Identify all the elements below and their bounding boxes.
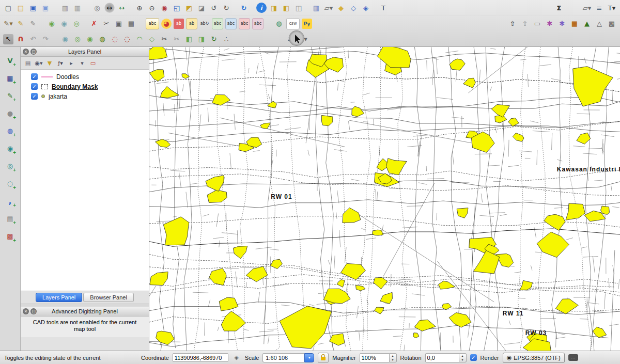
zoom-next-icon[interactable]: ↻ xyxy=(221,3,231,13)
zoom-in-icon[interactable]: ⊕ xyxy=(134,3,145,13)
point-symbol-tool-icon[interactable]: ∴ xyxy=(221,34,231,44)
deselect-all-icon[interactable]: ◫ xyxy=(293,3,304,13)
tab-layers-panel[interactable]: Layers Panel xyxy=(36,293,82,302)
map-canvas[interactable]: RW 01RW 11RW 03Kawasan Industri Pe xyxy=(149,47,620,351)
fill-ring-icon[interactable]: ◍ xyxy=(97,34,107,44)
extent-selector-icon[interactable]: ▭ xyxy=(532,19,542,29)
close-panel-icon[interactable]: × xyxy=(23,49,29,55)
add-spatialite-layer-icon[interactable]: ◍ xyxy=(5,125,16,136)
metasearch-icon[interactable]: ◍ xyxy=(274,19,284,29)
move-feature-icon[interactable]: ◉ xyxy=(59,19,69,29)
scale-lock-button[interactable] xyxy=(318,353,329,363)
zoom-to-selection-icon[interactable]: ◩ xyxy=(184,3,194,13)
show-bookmarks-icon[interactable]: ◈ xyxy=(361,3,371,13)
undock-panel-icon[interactable]: ◻ xyxy=(30,308,37,314)
close-panel-icon[interactable]: × xyxy=(23,308,29,314)
change-label-icon[interactable]: abc xyxy=(212,18,223,29)
rotate-feature-icon[interactable]: ↻ xyxy=(209,34,219,44)
add-wfs-layer-icon[interactable]: ◌ xyxy=(5,178,16,188)
delete-part-icon[interactable]: ◌ xyxy=(122,34,132,44)
layer-checkbox[interactable]: ✓ xyxy=(31,93,38,100)
crs-status-button[interactable]: ◉ EPSG:3857 (OTF) xyxy=(503,353,565,363)
zoom-out-icon[interactable]: ⊖ xyxy=(147,3,157,13)
current-edits-icon[interactable]: ✎▾ xyxy=(3,19,13,29)
geometry-checker-icon[interactable]: △ xyxy=(594,19,605,29)
layer-checkbox[interactable]: ✓ xyxy=(31,73,38,80)
messages-log-icon[interactable]: … xyxy=(568,354,578,361)
save-project-as-icon[interactable]: ▣ xyxy=(40,3,51,13)
measure-line-icon[interactable]: ▱▾ xyxy=(323,3,334,13)
tab-browser-panel[interactable]: Browser Panel xyxy=(83,293,134,302)
measure-angle-icon[interactable]: ▱▾ xyxy=(582,3,592,13)
zoom-last-icon[interactable]: ↺ xyxy=(209,3,219,13)
label-toolbar-more-icon[interactable]: abc xyxy=(252,18,264,29)
map-text-tools-icon[interactable]: T▾ xyxy=(607,3,617,13)
expand-all-icon[interactable]: ▸ xyxy=(67,58,76,68)
layer-row-boundary-mask[interactable]: ✓ Boundary Mask xyxy=(21,82,149,91)
new-shapefile-layer-icon[interactable]: ✎ xyxy=(5,90,16,101)
select-features-icon[interactable]: ◨ xyxy=(269,3,279,13)
text-annotation-icon[interactable]: T xyxy=(378,3,389,13)
layer-checkbox[interactable]: ✓ xyxy=(31,83,38,90)
pie-diagram-icon[interactable]: ◕ xyxy=(161,19,172,29)
layer-row-jakarta[interactable]: ✓ jakarta xyxy=(21,91,149,101)
magnifier-spin-buttons[interactable]: ▴▾ xyxy=(390,353,397,362)
paste-features-icon[interactable]: ▤ xyxy=(126,19,136,29)
topology-checker-icon[interactable]: ▲ xyxy=(582,19,592,29)
magic-wand-icon[interactable]: ✱ xyxy=(545,19,555,29)
rotation-input[interactable] xyxy=(425,353,459,362)
layer-row-doodles[interactable]: ✓ Doodles xyxy=(21,72,149,82)
add-ring-icon[interactable]: ◎ xyxy=(72,34,83,44)
new-print-composer-icon[interactable]: ▥ xyxy=(60,3,70,13)
manage-layer-visibility-icon[interactable]: ◉▾ xyxy=(34,58,43,68)
identify-features-icon[interactable]: i xyxy=(256,3,267,13)
toggle-editing-icon[interactable]: ✎ xyxy=(16,19,26,29)
magnifier-spinbox[interactable]: ▴▾ xyxy=(360,353,397,362)
node-tool-icon[interactable]: ◎ xyxy=(71,19,82,29)
add-group-icon[interactable]: ▤ xyxy=(23,58,33,68)
pan-to-selection-icon[interactable]: ↔ xyxy=(117,3,127,13)
rotation-spin-buttons[interactable]: ▴▾ xyxy=(459,353,467,362)
map-parcels-yellow[interactable] xyxy=(149,47,613,351)
offset-curve-icon[interactable]: ◠ xyxy=(134,34,145,44)
split-features-icon[interactable]: ✂ xyxy=(159,34,169,44)
zoom-to-layer-icon[interactable]: ◪ xyxy=(196,3,207,13)
split-parts-icon[interactable]: ✂ xyxy=(172,34,182,44)
wand-select-icon[interactable]: ✱ xyxy=(557,19,567,29)
open-project-icon[interactable]: ▤ xyxy=(16,3,26,13)
select-cursor-icon[interactable]: ↖ xyxy=(3,34,13,44)
csw-catalog-icon[interactable]: csw xyxy=(286,18,300,29)
spin-down-icon[interactable]: ▾ xyxy=(459,358,466,362)
delete-selected-icon[interactable]: ✗ xyxy=(89,19,99,29)
statistical-summary-icon[interactable]: Σ xyxy=(554,3,564,13)
remove-layer-icon[interactable]: ▭ xyxy=(88,58,98,68)
filter-legend-icon[interactable]: ▼ xyxy=(45,58,54,68)
undock-panel-icon[interactable]: ◻ xyxy=(30,49,37,55)
composer-manager-icon[interactable]: ▦ xyxy=(72,3,83,13)
pan-map-icon[interactable]: ↔ xyxy=(104,3,115,13)
select-by-expression-icon[interactable]: ◧ xyxy=(281,3,291,13)
add-wcs-layer-icon[interactable]: ◎ xyxy=(5,161,16,171)
spin-down-icon[interactable]: ▾ xyxy=(390,358,396,362)
spin-up-icon[interactable]: ▴ xyxy=(390,354,396,358)
merge-features-icon[interactable]: ◧ xyxy=(184,34,194,44)
move-label-icon[interactable]: ab xyxy=(186,18,197,29)
add-feature-icon[interactable]: ◉ xyxy=(47,19,57,29)
layer-label[interactable]: Boundary Mask xyxy=(52,83,98,90)
label-pin-icon[interactable]: abc xyxy=(239,18,250,29)
refresh-map-icon[interactable]: ↻ xyxy=(239,3,249,13)
rotate-label-icon[interactable]: ab↻ xyxy=(199,19,210,29)
snapping-magnet-icon[interactable]: U xyxy=(16,34,26,44)
rotation-spinbox[interactable]: ▴▾ xyxy=(425,353,467,362)
collapse-all-icon[interactable]: ▾ xyxy=(78,58,87,68)
new-bookmark-icon[interactable]: ◇ xyxy=(348,3,359,13)
map-tips-icon[interactable]: ◆ xyxy=(336,3,346,13)
layer-label[interactable]: Doodles xyxy=(56,73,79,81)
map-canvas-svg[interactable]: RW 01RW 11RW 03Kawasan Industri Pe xyxy=(149,47,620,351)
raster-tools-icon[interactable]: ▦ xyxy=(569,19,580,29)
redo-icon[interactable]: ↷ xyxy=(40,34,51,44)
highlight-labels-icon[interactable]: ab xyxy=(174,19,184,29)
open-attribute-table-icon[interactable]: ▦ xyxy=(311,3,321,13)
attribute-actions-icon[interactable]: ≡ xyxy=(594,3,605,13)
cut-features-icon[interactable]: ✂ xyxy=(101,19,112,29)
